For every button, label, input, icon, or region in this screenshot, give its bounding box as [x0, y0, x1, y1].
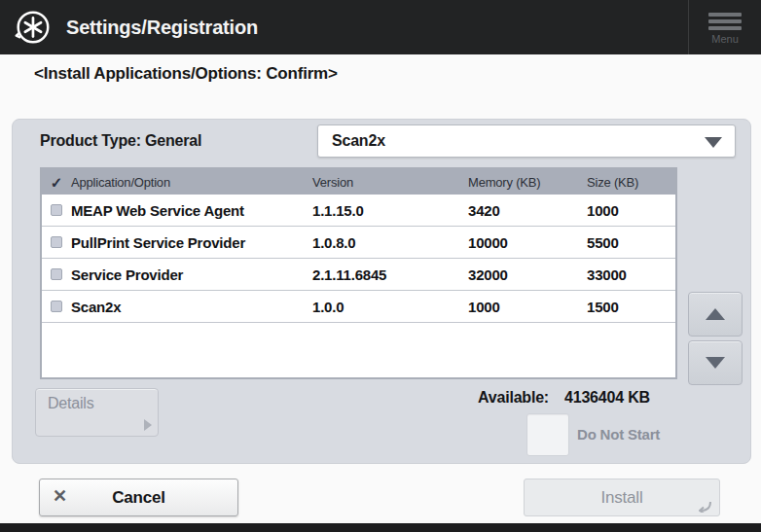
chevron-down-icon — [705, 137, 722, 148]
cell-size: 33000 — [587, 266, 675, 283]
do-not-start-label: Do Not Start — [577, 426, 660, 443]
do-not-start-checkbox[interactable] — [526, 413, 569, 456]
scroll-down-button[interactable] — [688, 340, 743, 385]
row-checkbox[interactable] — [51, 301, 62, 312]
column-header-memory: Memory (KB) — [468, 175, 587, 190]
cell-application-name: MEAP Web Service Agent — [71, 202, 312, 219]
cell-application-name: Service Provider — [71, 266, 312, 283]
table-header-row: ✓ Application/Option Version Memory (KB)… — [42, 169, 675, 195]
available-value: 4136404 KB — [564, 389, 650, 407]
arrow-up-icon — [706, 308, 725, 320]
cell-version: 1.0.0 — [312, 299, 468, 315]
table-row[interactable]: Scan2x 1.0.0 1000 1500 — [42, 291, 675, 323]
cell-version: 1.0.8.0 — [312, 234, 468, 251]
page-title: <Install Applications/Options: Confirm> — [34, 64, 338, 84]
details-button[interactable]: Details — [35, 388, 159, 437]
row-checkbox[interactable] — [51, 268, 62, 280]
corner-arrow-icon — [144, 419, 152, 431]
cancel-label: Cancel — [112, 488, 165, 508]
top-bar: Settings/Registration Menu — [0, 0, 761, 54]
details-label: Details — [48, 395, 94, 412]
scroll-up-button[interactable] — [688, 292, 743, 337]
available-label: Available: — [478, 389, 549, 407]
settings-registration-icon — [12, 7, 53, 48]
cell-size: 1500 — [587, 299, 675, 315]
arrow-down-icon — [706, 357, 725, 369]
table-row[interactable]: Service Provider 2.1.11.6845 32000 33000 — [42, 259, 675, 291]
cell-memory: 10000 — [468, 234, 587, 251]
application-dropdown-value: Scan2x — [332, 132, 385, 150]
cell-size: 5500 — [587, 234, 675, 251]
cell-size: 1000 — [587, 202, 675, 219]
row-checkbox[interactable] — [51, 236, 62, 248]
cell-version: 2.1.11.6845 — [312, 266, 468, 283]
next-screen-arrow-icon — [699, 501, 712, 513]
cell-version: 1.1.15.0 — [312, 202, 468, 219]
cell-application-name: PullPrint Service Provider — [71, 234, 312, 251]
hamburger-icon — [708, 13, 742, 30]
menu-button[interactable]: Menu — [688, 0, 761, 54]
close-icon: ✕ — [53, 487, 67, 505]
app-title: Settings/Registration — [66, 17, 258, 39]
cancel-button[interactable]: ✕ Cancel — [39, 479, 238, 516]
product-type-label: Product Type: General — [40, 132, 201, 150]
column-header-application: Application/Option — [71, 175, 312, 190]
available-memory: Available: 4136404 KB — [478, 389, 650, 407]
row-checkbox[interactable] — [51, 204, 62, 216]
cell-memory: 32000 — [468, 266, 587, 283]
column-header-version: Version — [312, 175, 468, 190]
menu-label: Menu — [711, 33, 739, 45]
table-row[interactable]: PullPrint Service Provider 1.0.8.0 10000… — [42, 227, 675, 259]
application-dropdown[interactable]: Scan2x — [317, 124, 736, 158]
install-button[interactable]: Install — [524, 479, 720, 516]
applications-table: ✓ Application/Option Version Memory (KB)… — [40, 167, 677, 379]
table-row[interactable]: MEAP Web Service Agent 1.1.15.0 3420 100… — [42, 195, 675, 227]
cell-memory: 3420 — [468, 202, 587, 219]
install-label: Install — [600, 488, 642, 508]
cell-application-name: Scan2x — [71, 299, 312, 315]
bottom-bar — [0, 523, 761, 532]
cell-memory: 1000 — [468, 299, 587, 315]
install-confirm-panel: Product Type: General Scan2x ✓ Applicati… — [12, 119, 751, 464]
column-header-size: Size (KB) — [587, 175, 675, 190]
checkmark-icon: ✓ — [51, 175, 62, 190]
